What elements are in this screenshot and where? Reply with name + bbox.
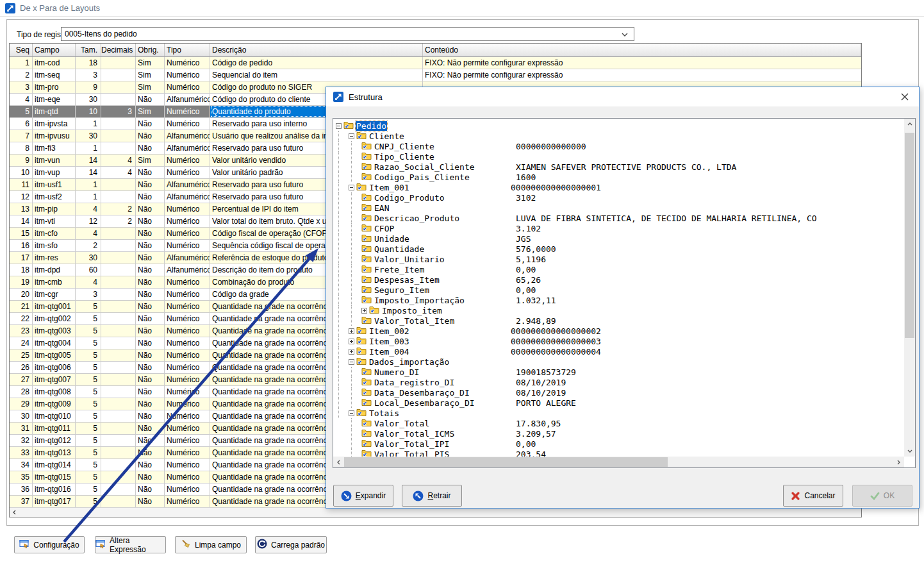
cell[interactable]: itm-qtg017: [33, 496, 76, 507]
cell[interactable]: 15: [10, 228, 33, 239]
cell[interactable]: 34: [10, 459, 33, 471]
cell[interactable]: [101, 191, 136, 203]
cell[interactable]: [101, 252, 136, 264]
scroll-up-button[interactable]: [904, 119, 915, 130]
cell[interactable]: Sim: [136, 106, 165, 117]
cell[interactable]: 35: [10, 471, 33, 483]
cell[interactable]: Não: [136, 264, 165, 276]
cell[interactable]: [101, 94, 136, 105]
cell[interactable]: 2: [10, 69, 33, 81]
cell[interactable]: 3: [76, 69, 101, 81]
cell[interactable]: Código de pedido: [210, 57, 423, 69]
cell[interactable]: 1: [76, 179, 101, 190]
cell[interactable]: 28: [10, 386, 33, 398]
cell[interactable]: 5: [76, 325, 101, 337]
column-header-tam[interactable]: Tam.: [76, 44, 101, 56]
cell[interactable]: Numérico: [165, 374, 210, 385]
cell[interactable]: Não: [136, 130, 165, 142]
altera-express-o-button[interactable]: Altera Expressão: [95, 536, 166, 553]
cell[interactable]: 5: [10, 106, 33, 117]
cell[interactable]: 36: [10, 483, 33, 495]
cell[interactable]: 14: [76, 167, 101, 178]
cell[interactable]: Não: [136, 203, 165, 215]
scroll-left-button[interactable]: [10, 508, 20, 517]
cell[interactable]: 1: [76, 118, 101, 130]
cell[interactable]: 8: [10, 142, 33, 154]
cell[interactable]: Numérico: [165, 459, 210, 471]
cell[interactable]: Alfanumérico: [165, 142, 210, 154]
cell[interactable]: Sequencial do item: [210, 69, 423, 81]
tree-collapse-icon[interactable]: [349, 185, 354, 190]
cell[interactable]: 1: [76, 191, 101, 203]
tree-node[interactable]: CFOP3.102: [333, 223, 904, 233]
cell[interactable]: itm-seq: [33, 69, 76, 81]
column-header-tipo[interactable]: Tipo: [165, 44, 210, 56]
ok-button[interactable]: OK: [852, 485, 912, 507]
cell[interactable]: itm-qtg009: [33, 398, 76, 410]
vertical-scrollbar[interactable]: [904, 119, 915, 457]
tree-collapse-icon[interactable]: [349, 410, 354, 416]
tree-node[interactable]: Item_001000000000000000001: [333, 182, 904, 192]
tree-node[interactable]: Frete_Item0,00: [333, 264, 904, 274]
cell[interactable]: 9: [76, 81, 101, 93]
cell[interactable]: FIXO: Não permite configurar expressão: [423, 57, 861, 69]
cell[interactable]: itm-vti: [33, 215, 76, 227]
cell[interactable]: 4: [101, 167, 136, 178]
cell[interactable]: Numérico: [165, 228, 210, 239]
cell[interactable]: itm-qtg011: [33, 423, 76, 434]
cell[interactable]: itm-ipvusu: [33, 130, 76, 142]
cell[interactable]: 20: [10, 289, 33, 300]
column-header-decimais[interactable]: Decimais: [101, 44, 136, 56]
cell[interactable]: Numérico: [165, 301, 210, 312]
cell[interactable]: Numérico: [165, 386, 210, 398]
tree-node[interactable]: Valor_Unitario5,1196: [333, 254, 904, 264]
tree-node[interactable]: Item_002000000000000000002: [333, 326, 904, 336]
tree-node[interactable]: Descricao_ProdutoLUVA DE FIBRA SINTETICA…: [333, 213, 904, 223]
cell[interactable]: Sim: [136, 57, 165, 69]
cell[interactable]: itm-fi3: [33, 142, 76, 154]
cell[interactable]: Numérico: [165, 435, 210, 446]
cell[interactable]: itm-qtg016: [33, 483, 76, 495]
tree-collapse-icon[interactable]: [336, 123, 342, 129]
tree-node[interactable]: Codigo_Produto3102: [333, 192, 904, 203]
cell[interactable]: 5: [76, 483, 101, 495]
tree-node[interactable]: UnidadeJGS: [333, 233, 904, 244]
cell[interactable]: [101, 471, 136, 483]
cell[interactable]: Numérico: [165, 81, 210, 93]
cell[interactable]: Não: [136, 374, 165, 385]
cell[interactable]: [101, 130, 136, 142]
cell[interactable]: 32: [10, 435, 33, 446]
cell[interactable]: Numérico: [165, 276, 210, 288]
cell[interactable]: Não: [136, 410, 165, 422]
cell[interactable]: 23: [10, 325, 33, 337]
cell[interactable]: Numérico: [165, 410, 210, 422]
cell[interactable]: Não: [136, 191, 165, 203]
cell[interactable]: [101, 57, 136, 69]
cell[interactable]: itm-qtg008: [33, 386, 76, 398]
cell[interactable]: Numérico: [165, 155, 210, 166]
cell[interactable]: 18: [10, 264, 33, 276]
cell[interactable]: 17: [10, 252, 33, 264]
cell[interactable]: [101, 483, 136, 495]
cell[interactable]: [101, 228, 136, 239]
column-header-seq[interactable]: Seq: [10, 44, 33, 56]
cell[interactable]: [101, 410, 136, 422]
cell[interactable]: itm-qtg015: [33, 471, 76, 483]
cell[interactable]: Numérico: [165, 349, 210, 361]
cell[interactable]: Não: [136, 179, 165, 190]
cancelar-button[interactable]: Cancelar: [783, 485, 843, 507]
cell[interactable]: 31: [10, 423, 33, 434]
tree-node[interactable]: Item_004000000000000000004: [333, 346, 904, 357]
cell[interactable]: 10: [10, 167, 33, 178]
cell[interactable]: Não: [136, 459, 165, 471]
cell[interactable]: Não: [136, 325, 165, 337]
tree-node[interactable]: Totais: [333, 408, 904, 418]
vertical-scroll-thumb[interactable]: [905, 133, 914, 338]
cell[interactable]: Não: [136, 142, 165, 154]
cell[interactable]: itm-usf1: [33, 179, 76, 190]
cell[interactable]: itm-cod: [33, 57, 76, 69]
cell[interactable]: Numérico: [165, 496, 210, 507]
cell[interactable]: [101, 374, 136, 385]
cell[interactable]: [101, 423, 136, 434]
tree-node[interactable]: Local_Desembaraço_DIPORTO ALEGRE: [333, 398, 904, 408]
